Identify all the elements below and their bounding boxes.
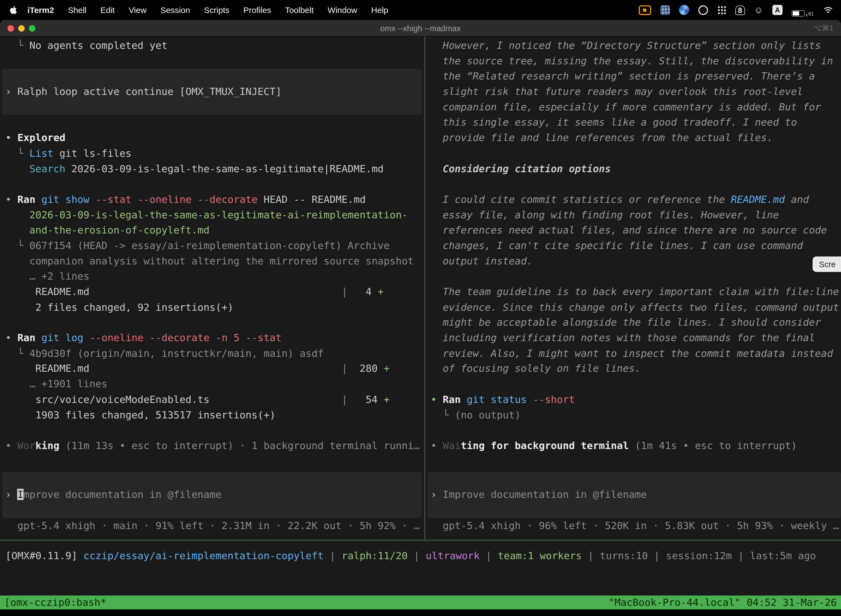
terminal-line: • Ran git status --short	[431, 392, 841, 408]
menu-item-view[interactable]: View	[122, 5, 154, 15]
menu-item-help[interactable]: Help	[364, 5, 396, 15]
text-run	[84, 332, 89, 343]
terminal: └ No agents completed yet › Ralph loop a…	[0, 37, 841, 540]
blank-line	[5, 315, 424, 331]
text-run: mprove documentation in @filename	[23, 489, 221, 500]
keyboard-layout-icon[interactable]: A	[772, 4, 782, 16]
terminal-line: • Explored	[5, 131, 424, 146]
menu-item-edit[interactable]: Edit	[94, 5, 122, 15]
text-run: ›	[5, 489, 18, 500]
text-run	[59, 440, 65, 451]
text-run	[35, 194, 41, 205]
terminal-line: 2 files changed, 92 insertions(+)	[5, 300, 424, 315]
text-run	[5, 224, 29, 236]
terminal-line: essay file, along with finding root file…	[431, 207, 841, 223]
wifi-icon[interactable]	[823, 4, 834, 16]
lens-icon[interactable]	[698, 4, 708, 16]
text-run: └	[5, 147, 29, 159]
text-run: └	[5, 240, 29, 251]
text-run: (no output)	[455, 409, 521, 420]
text-run: Wor	[18, 440, 35, 451]
prompt-input[interactable]: › Improve documentation in @filename	[428, 472, 841, 518]
text-run: └	[5, 348, 29, 359]
text-run: 2026-03-09-is-legal-the-same-as-legitima…	[65, 163, 384, 174]
text-run: Ralph loop active continue [OMX_TMUX_INJ…	[18, 86, 281, 97]
menu-item-window[interactable]: Window	[321, 5, 364, 15]
text-run: •	[5, 332, 18, 343]
screen: iTerm2ShellEditViewSessionScriptsProfile…	[0, 0, 841, 616]
terminal-line: the “Related research writing” section i…	[431, 69, 841, 84]
omx-status-bar: [OMX#0.11.9] cczip/essay/ai-reimplementa…	[0, 540, 841, 595]
text-run: the “Related research writing” section i…	[431, 70, 815, 82]
terminal-line: companion analysis without altering the …	[5, 254, 424, 269]
text-run: HEAD -- README.md	[258, 194, 366, 205]
battery-icon[interactable]: 61	[792, 4, 814, 16]
blue-orb-icon[interactable]	[679, 4, 689, 16]
text-run: •	[5, 440, 18, 451]
text-run: and	[785, 194, 809, 205]
screen-recording-icon[interactable]	[639, 4, 651, 16]
text-run: companion file, especially if more comme…	[431, 101, 821, 113]
menu-item-shell[interactable]: Shell	[61, 5, 94, 15]
terminal-line: • Working (11m 13s • esc to interrupt) ·…	[5, 438, 424, 454]
pane-left[interactable]: └ No agents completed yet › Ralph loop a…	[0, 37, 424, 540]
text-run: Search	[29, 163, 65, 174]
text-run: provide file and line references from th…	[431, 132, 773, 143]
menu-item-session[interactable]: Session	[154, 5, 197, 15]
terminal-line: gpt-5.4 xhigh · main · 91% left · 2.31M …	[5, 518, 424, 534]
text-run: I	[18, 489, 23, 500]
terminal-line: evidence. Since this change only affects…	[431, 300, 841, 315]
terminal-line: 1903 files changed, 513517 insertions(+)	[5, 407, 424, 423]
screenshot-notification[interactable]: Scre	[813, 257, 841, 272]
menu-item-toolbelt[interactable]: Toolbelt	[278, 5, 321, 15]
face-icon[interactable]: ☺	[754, 4, 763, 16]
terminal-line: • Ran git show --stat --oneline --decora…	[5, 192, 424, 208]
terminal-line: › Improve documentation in @filename	[431, 487, 836, 503]
app-grid-icon[interactable]	[717, 4, 726, 16]
terminal-line: … +1901 lines	[5, 377, 424, 392]
omx-status-line: [OMX#0.11.9] cczip/essay/ai-reimplementa…	[0, 541, 841, 563]
blank-line	[431, 377, 841, 392]
terminal-line: 2026-03-09-is-legal-the-same-as-legitima…	[5, 207, 424, 223]
text-run: … +1901 lines	[5, 378, 107, 390]
terminal-line: › Improve documentation in @filename	[5, 487, 416, 503]
prompt-input[interactable]: › Ralph loop active continue [OMX_TMUX_I…	[2, 69, 422, 115]
spacer	[431, 454, 841, 472]
pane-right[interactable]: However, I noticed the “Directory Struct…	[425, 37, 841, 540]
text-run: 280	[348, 363, 384, 374]
terminal-line: Search 2026-03-09-is-legal-the-same-as-l…	[5, 161, 424, 177]
menu-item-scripts[interactable]: Scripts	[197, 5, 236, 15]
terminal-line: • Waiting for background terminal (1m 41…	[431, 438, 841, 454]
window-shortcut: ⌥⌘1	[813, 20, 834, 37]
terminal-line: • Ran git log --oneline --decorate -n 5 …	[5, 331, 424, 346]
terminal-line: The team guideline is to back every impo…	[431, 284, 841, 300]
terminal-line: However, I noticed the “Directory Struct…	[431, 38, 841, 54]
text-run: turns:10	[600, 550, 648, 561]
terminal-line: gpt-5.4 xhigh · 96% left · 520K in · 5.8…	[431, 518, 841, 534]
terminal-line: Considering citation options	[431, 161, 841, 177]
text-run: slight risk that future readers may over…	[431, 86, 803, 97]
text-run: Considering citation options	[431, 163, 611, 174]
terminal-line: references need actual files, and since …	[431, 223, 841, 238]
menu-item-iterm2[interactable]: iTerm2	[21, 5, 61, 15]
apple-menu[interactable]	[0, 5, 21, 14]
text-run: references need actual files, and since …	[431, 224, 827, 236]
key-badge-icon[interactable]: 8	[736, 4, 745, 16]
menu-extras: 8 ☺ A 61	[639, 4, 841, 16]
text-run: ralph:11/20	[341, 550, 407, 561]
terminal-line: might be acceptable alongside the file l…	[431, 315, 841, 331]
text-run: and-the-erosion-of-copyleft.md	[29, 224, 210, 236]
text-run: |	[648, 550, 666, 561]
grid-pattern-icon[interactable]	[660, 4, 670, 16]
text-run: Ran	[442, 393, 460, 405]
prompt-input[interactable]: › Improve documentation in @filename	[2, 472, 422, 518]
text-run: |	[480, 550, 498, 561]
text-run: 1903 files changed, 513517 insertions(+)	[5, 409, 275, 420]
blank-line	[5, 423, 424, 438]
text-run: However, I noticed the “Directory Struct…	[431, 40, 821, 51]
text-run: companion analysis without altering the …	[5, 255, 413, 267]
text-run	[89, 194, 95, 205]
text-run: 54	[348, 393, 384, 405]
menu-item-profiles[interactable]: Profiles	[236, 5, 278, 15]
terminal-line: of focusing solely on file lines.	[431, 361, 841, 377]
